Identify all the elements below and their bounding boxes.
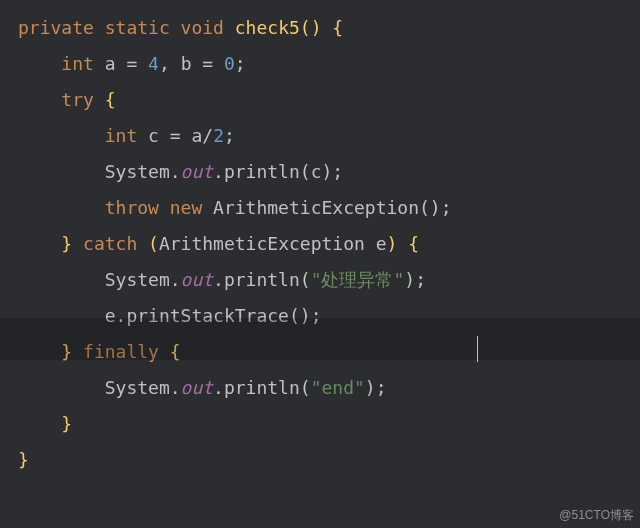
- method-println: println: [224, 161, 300, 182]
- dot: .: [170, 161, 181, 182]
- code-line: e.printStackTrace();: [18, 305, 321, 326]
- keyword-try: try: [61, 89, 94, 110]
- paren: ): [430, 197, 441, 218]
- keyword-void: void: [181, 17, 224, 38]
- number-literal: 0: [224, 53, 235, 74]
- dot: .: [213, 377, 224, 398]
- var-c: c: [311, 161, 322, 182]
- string-literal: "处理异常": [311, 269, 405, 290]
- field-out: out: [181, 161, 214, 182]
- keyword-finally: finally: [83, 341, 159, 362]
- code-line: System.out.println("处理异常");: [18, 269, 426, 290]
- number-literal: 4: [148, 53, 159, 74]
- paren: ): [300, 305, 311, 326]
- paren: (: [300, 17, 311, 38]
- dot: .: [213, 161, 224, 182]
- var-a: a: [191, 125, 202, 146]
- paren: ): [365, 377, 376, 398]
- code-line: throw new ArithmeticException();: [18, 197, 452, 218]
- code-line: int c = a/2;: [18, 125, 235, 146]
- semicolon: ;: [311, 305, 322, 326]
- paren: ): [321, 161, 332, 182]
- semicolon: ;: [224, 125, 235, 146]
- paren: (: [289, 305, 300, 326]
- brace: {: [408, 233, 419, 254]
- var-a: a: [105, 53, 116, 74]
- class-arithmeticexception: ArithmeticException: [159, 233, 365, 254]
- watermark-text: @51CTO博客: [559, 507, 634, 524]
- paren: ): [311, 17, 322, 38]
- op-equals: =: [202, 53, 213, 74]
- code-line: try {: [18, 89, 116, 110]
- dot: .: [116, 305, 127, 326]
- method-printstacktrace: printStackTrace: [126, 305, 289, 326]
- paren: ): [387, 233, 398, 254]
- paren: (: [419, 197, 430, 218]
- semicolon: ;: [415, 269, 426, 290]
- brace: }: [18, 449, 29, 470]
- paren: (: [300, 161, 311, 182]
- code-line: System.out.println("end");: [18, 377, 387, 398]
- dot: .: [213, 269, 224, 290]
- code-line: } catch (ArithmeticException e) {: [18, 233, 419, 254]
- semicolon: ;: [332, 161, 343, 182]
- brace: {: [170, 341, 181, 362]
- paren: (: [300, 377, 311, 398]
- brace: {: [105, 89, 116, 110]
- semicolon: ;: [235, 53, 246, 74]
- field-out: out: [181, 269, 214, 290]
- brace: }: [61, 233, 72, 254]
- code-line: int a = 4, b = 0;: [18, 53, 246, 74]
- brace: }: [61, 341, 72, 362]
- method-println: println: [224, 377, 300, 398]
- class-arithmeticexception: ArithmeticException: [213, 197, 419, 218]
- keyword-private: private: [18, 17, 94, 38]
- keyword-throw: throw: [105, 197, 159, 218]
- class-system: System: [105, 377, 170, 398]
- brace: }: [61, 413, 72, 434]
- code-line: System.out.println(c);: [18, 161, 343, 182]
- code-line: } finally {: [18, 341, 181, 362]
- semicolon: ;: [441, 197, 452, 218]
- dot: .: [170, 377, 181, 398]
- code-line: }: [18, 413, 72, 434]
- var-e: e: [105, 305, 116, 326]
- var-e: e: [376, 233, 387, 254]
- code-block: private static void check5() { int a = 4…: [0, 0, 640, 488]
- field-out: out: [181, 377, 214, 398]
- var-b: b: [181, 53, 192, 74]
- method-println: println: [224, 269, 300, 290]
- number-literal: 2: [213, 125, 224, 146]
- type-int: int: [105, 125, 138, 146]
- paren: ): [404, 269, 415, 290]
- paren: (: [148, 233, 159, 254]
- dot: .: [170, 269, 181, 290]
- semicolon: ;: [376, 377, 387, 398]
- class-system: System: [105, 161, 170, 182]
- keyword-catch: catch: [83, 233, 137, 254]
- code-line: }: [18, 449, 29, 470]
- type-int: int: [61, 53, 94, 74]
- var-c: c: [148, 125, 159, 146]
- op-div: /: [202, 125, 213, 146]
- paren: (: [300, 269, 311, 290]
- comma: ,: [159, 53, 170, 74]
- op-equals: =: [170, 125, 181, 146]
- method-name: check5: [235, 17, 300, 38]
- brace: {: [332, 17, 343, 38]
- keyword-static: static: [105, 17, 170, 38]
- class-system: System: [105, 269, 170, 290]
- code-line: private static void check5() {: [18, 17, 343, 38]
- string-literal: "end": [311, 377, 365, 398]
- keyword-new: new: [170, 197, 203, 218]
- op-equals: =: [126, 53, 137, 74]
